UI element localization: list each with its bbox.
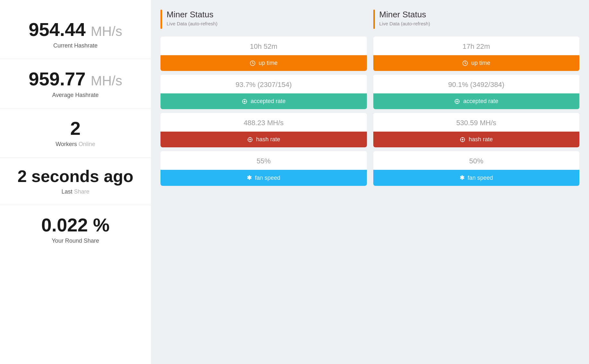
round-share-value: 0.022 % [13, 215, 138, 235]
fanspeed-2-value: 50% [373, 151, 580, 170]
average-hashrate: 959.77 MH/sAverage Hashrate [0, 59, 151, 108]
workers-online-value: 2 [13, 118, 138, 139]
fanspeed-1: 55%✱fan speed [160, 151, 367, 186]
orange-accent-bar [373, 10, 375, 29]
hashrate-2-label: hash rate [373, 132, 580, 147]
uptime-1-icon [250, 60, 256, 66]
accepted-1-icon [242, 99, 247, 104]
fanspeed-1-label: ✱fan speed [160, 170, 367, 186]
hashrate-1-label-text: hash rate [256, 136, 280, 143]
svg-point-9 [462, 139, 463, 140]
accepted-1-label-text: accepted rate [251, 98, 286, 105]
accepted-2-label-text: accepted rate [463, 98, 498, 105]
svg-point-2 [244, 100, 245, 102]
hashrate-1-label: hash rate [160, 132, 367, 147]
fanspeed-2-label-text: fan speed [468, 175, 493, 181]
uptime-2-label: up time [373, 55, 580, 71]
uptime-1-label-text: up time [259, 60, 278, 66]
uptime-2-icon [462, 60, 468, 66]
current-hashrate-label: Current Hashrate [13, 42, 138, 49]
svg-point-4 [249, 139, 251, 140]
current-hashrate: 954.44 MH/sCurrent Hashrate [0, 10, 151, 59]
miner-2: Miner StatusLive Data (auto-refresh)17h … [373, 10, 580, 354]
hashrate-2: 530.59 MH/shash rate [373, 113, 580, 147]
accepted-1-value: 93.7% (2307/154) [160, 75, 367, 93]
uptime-1: 10h 52mup time [160, 37, 367, 71]
average-hashrate-number: 959.77 [29, 68, 85, 89]
workers-online-label-text: Workers [56, 141, 77, 147]
hashrate-1-value: 488.23 MH/s [160, 113, 367, 132]
accepted-2-label: accepted rate [373, 93, 580, 109]
accepted-2-value: 90.1% (3492/384) [373, 75, 580, 93]
miner-1-header: Miner StatusLive Data (auto-refresh) [160, 10, 367, 29]
hashrate-1-icon [247, 137, 253, 143]
accepted-2-icon [454, 99, 460, 104]
last-share-label-suffix: Share [74, 188, 90, 195]
hashrate-2-label-text: hash rate [469, 136, 493, 143]
current-hashrate-unit: MH/s [91, 24, 122, 39]
workers-online-label: Workers Online [13, 141, 138, 148]
hashrate-2-icon [460, 137, 465, 143]
accepted-1: 93.7% (2307/154)accepted rate [160, 75, 367, 109]
miner-2-subtitle: Live Data (auto-refresh) [379, 21, 430, 26]
hashrate-2-value: 530.59 MH/s [373, 113, 580, 132]
last-share: 2 seconds agoLast Share [0, 158, 151, 205]
miner-2-header: Miner StatusLive Data (auto-refresh) [373, 10, 580, 29]
fanspeed-1-icon: ✱ [247, 174, 252, 181]
orange-accent-bar [160, 10, 162, 29]
round-share: 0.022 %Your Round Share [0, 205, 151, 254]
fanspeed-2-label: ✱fan speed [373, 170, 580, 186]
uptime-2: 17h 22mup time [373, 37, 580, 71]
workers-online-label-suffix: Online [79, 141, 95, 147]
workers-online: 2Workers Online [0, 108, 151, 158]
fanspeed-2: 50%✱fan speed [373, 151, 580, 186]
hashrate-1: 488.23 MH/shash rate [160, 113, 367, 147]
right-area: Miner StatusLive Data (auto-refresh)10h … [151, 0, 589, 364]
miner-1-subtitle: Live Data (auto-refresh) [167, 21, 217, 26]
miner-2-title: Miner Status [379, 10, 430, 20]
uptime-2-label-text: up time [471, 60, 490, 66]
svg-point-7 [456, 100, 458, 102]
last-share-value: 2 seconds ago [13, 167, 138, 186]
fanspeed-2-icon: ✱ [460, 174, 464, 181]
accepted-1-label: accepted rate [160, 93, 367, 109]
round-share-label: Your Round Share [13, 238, 138, 244]
left-panel: 954.44 MH/sCurrent Hashrate959.77 MH/sAv… [0, 0, 151, 364]
last-share-label-text: Last [61, 188, 72, 195]
current-hashrate-number: 954.44 [29, 19, 85, 40]
fanspeed-1-label-text: fan speed [255, 175, 280, 181]
miner-1-title: Miner Status [167, 10, 217, 20]
current-hashrate-value: 954.44 MH/s [13, 19, 138, 40]
average-hashrate-value: 959.77 MH/s [13, 69, 138, 89]
last-share-label: Last Share [13, 188, 138, 195]
miner-1: Miner StatusLive Data (auto-refresh)10h … [160, 10, 367, 354]
average-hashrate-label: Average Hashrate [13, 92, 138, 99]
uptime-2-value: 17h 22m [373, 37, 580, 55]
average-hashrate-unit: MH/s [91, 73, 122, 88]
uptime-1-label: up time [160, 55, 367, 71]
uptime-1-value: 10h 52m [160, 37, 367, 55]
accepted-2: 90.1% (3492/384)accepted rate [373, 75, 580, 109]
fanspeed-1-value: 55% [160, 151, 367, 170]
